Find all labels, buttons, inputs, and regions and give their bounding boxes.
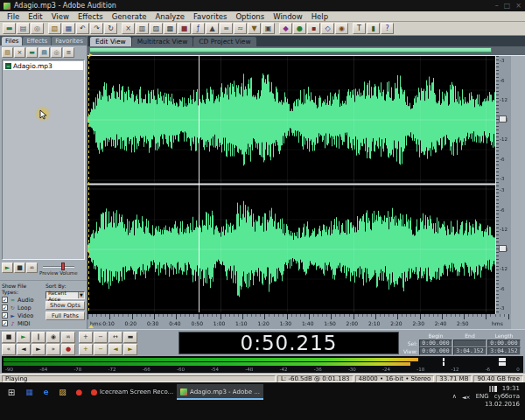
cd-insert-button[interactable]: ◇: [321, 23, 334, 34]
menu-item[interactable]: View: [47, 12, 74, 21]
view-begin[interactable]: 0:00.000: [419, 347, 452, 355]
paste-button[interactable]: ▨: [150, 23, 163, 34]
tab-favorites[interactable]: Favorites: [52, 37, 87, 46]
zoom-in-button[interactable]: +: [79, 332, 93, 343]
close-file-button[interactable]: ×: [14, 47, 25, 58]
zoom-full-button[interactable]: ↔: [108, 332, 122, 343]
checkbox[interactable]: ✓: [2, 304, 8, 311]
tray-language[interactable]: ENG: [476, 393, 489, 400]
insert-into-multitrack-button[interactable]: ▤: [38, 47, 50, 58]
sel-begin[interactable]: 0:00.000: [419, 340, 452, 347]
menu-item[interactable]: Help: [307, 12, 332, 21]
effects-rack-button[interactable]: ƒ: [192, 23, 205, 34]
trim-button[interactable]: ▩: [164, 23, 177, 34]
open-file-button[interactable]: ▧: [48, 23, 61, 34]
loop-checkbox[interactable]: ✓ ↻ Loop: [2, 304, 43, 312]
edge-icon[interactable]: e: [38, 384, 54, 400]
panel-options-button[interactable]: ≡: [63, 47, 74, 58]
stop-button[interactable]: ■: [2, 332, 16, 343]
checkbox[interactable]: ✓: [2, 312, 8, 318]
menu-item[interactable]: Options: [231, 12, 269, 21]
zoom-right-edge-button[interactable]: ►: [123, 344, 137, 355]
mixdown-button[interactable]: ▪: [307, 23, 320, 34]
tray-clock-day[interactable]: суббота: [494, 393, 520, 400]
multitrack-view-button[interactable]: ▤: [17, 23, 30, 34]
zoom-in-vertical-button[interactable]: +: [79, 344, 93, 355]
taskbar-icecream-button[interactable]: Icecream Screen Reco...: [88, 384, 177, 400]
redo-button[interactable]: ↷: [90, 23, 103, 34]
maximize-button[interactable]: □: [504, 2, 511, 10]
zoom-out-button[interactable]: −: [94, 332, 108, 343]
sel-end[interactable]: [453, 340, 486, 347]
chevron-down-icon[interactable]: ▼: [78, 292, 84, 298]
amplify-button[interactable]: ▲: [206, 23, 219, 34]
slider-thumb[interactable]: [61, 262, 65, 270]
fast-forward-button[interactable]: ►: [32, 344, 46, 355]
file-list[interactable]: ≈ Adagio.mp3: [2, 60, 85, 260]
zoom-navigator[interactable]: [88, 46, 525, 56]
normalize-button[interactable]: ≡: [220, 23, 233, 34]
zoom-left-edge-button[interactable]: ◄: [108, 344, 122, 355]
rewind-button[interactable]: ◄: [17, 344, 31, 355]
menu-item[interactable]: Favorites: [189, 12, 231, 21]
audio-checkbox[interactable]: ✓ ≈ Audio: [2, 296, 43, 304]
edit-view-button[interactable]: ▬: [3, 23, 16, 34]
preview-stop-button[interactable]: ■: [14, 262, 25, 273]
pause-button[interactable]: ∥: [32, 332, 46, 343]
checkbox[interactable]: ✓: [2, 297, 8, 303]
tab-edit-view[interactable]: Edit View: [90, 37, 131, 46]
play-button[interactable]: ►: [17, 332, 31, 343]
channel-handle[interactable]: [499, 116, 507, 122]
tray-chevron-up-icon[interactable]: ∧: [452, 393, 457, 400]
help-button[interactable]: ?: [381, 23, 394, 34]
menu-item[interactable]: Window: [269, 12, 307, 21]
cut-button[interactable]: ×: [122, 23, 135, 34]
tab-files[interactable]: Files: [2, 37, 22, 46]
delete-button[interactable]: ■: [178, 23, 191, 34]
loop-playback-button[interactable]: ∞: [61, 332, 75, 343]
save-file-button[interactable]: ▦: [62, 23, 75, 34]
settings-button[interactable]: ▣: [262, 23, 275, 34]
tab-effects[interactable]: Effects: [23, 37, 51, 46]
menu-item[interactable]: Edit: [24, 12, 46, 21]
sel-length[interactable]: 0:00.000: [487, 340, 521, 347]
midi-checkbox[interactable]: ✓ ♪ MIDI: [2, 319, 43, 327]
record-button[interactable]: ●: [61, 344, 75, 355]
zoom-selection-button[interactable]: ▬: [123, 332, 137, 343]
taskbar-audition-button[interactable]: Adagio.mp3 - Adobe ...: [177, 384, 263, 400]
tab-cd-project-view[interactable]: CD Project View: [193, 37, 256, 46]
edit-file-button[interactable]: ▬: [26, 47, 38, 58]
show-opts-button[interactable]: Show Opts: [46, 301, 85, 310]
analyze-button[interactable]: ≈: [234, 23, 247, 34]
view-length[interactable]: 3:04.152: [487, 347, 521, 355]
tab-multitrack-view[interactable]: Multitrack View: [132, 37, 193, 46]
mail-icon[interactable]: ▦: [21, 384, 38, 400]
zoom-out-vertical-button[interactable]: −: [94, 344, 108, 355]
channel-handle[interactable]: [499, 245, 507, 252]
preview-play-button[interactable]: ►: [2, 262, 13, 273]
video-checkbox[interactable]: ✓ ► Video: [2, 312, 43, 319]
folder-icon[interactable]: ▨: [54, 384, 71, 400]
full-paths-button[interactable]: Full Paths: [46, 312, 85, 320]
insert-into-cd-button[interactable]: ◎: [51, 47, 62, 58]
start-button[interactable]: ⊞: [2, 384, 21, 400]
go-to-end-button[interactable]: »: [46, 344, 60, 355]
play-looped-button[interactable]: ◉: [46, 332, 60, 343]
sort-by-dropdown[interactable]: Recent Acce ▼: [46, 291, 85, 299]
recorder-icon[interactable]: ●: [71, 384, 88, 400]
navigator-range-bar[interactable]: [89, 47, 492, 52]
marker-button[interactable]: ▼: [248, 23, 261, 34]
waveform-canvas[interactable]: [88, 56, 495, 314]
speaker-muted-icon[interactable]: ◄×: [462, 394, 471, 400]
insert-multitrack-button[interactable]: ◆: [279, 23, 292, 34]
cd-project-view-button[interactable]: ◎: [31, 23, 44, 34]
menu-item[interactable]: Effects: [74, 12, 108, 21]
text-tool-button[interactable]: T: [353, 23, 366, 34]
amplitude-ruler[interactable]: -3-6-12-18-12-6-3 -3-6-12-18-12-6-3: [495, 56, 511, 314]
loop-duplicate-button[interactable]: ●: [293, 23, 306, 34]
refresh-button[interactable]: ↻: [104, 23, 117, 34]
go-to-start-button[interactable]: «: [2, 344, 16, 355]
tray-clock-date[interactable]: 13.02.2016: [485, 401, 520, 408]
checkbox[interactable]: ✓: [2, 320, 8, 326]
import-file-button[interactable]: ▧: [2, 47, 13, 58]
